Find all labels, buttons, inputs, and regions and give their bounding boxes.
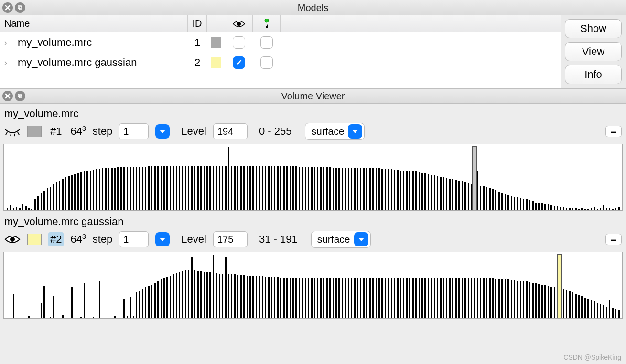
histogram-bar [354,278,356,319]
pointer-icon [262,19,271,29]
display-mode-value: surface [311,126,344,137]
table-row[interactable]: › my_volume.mrc gaussian 2 [0,53,561,73]
histogram-bar [225,257,227,318]
histogram-bar [127,167,128,210]
histogram-bar [99,281,100,318]
histogram-bar [161,279,162,318]
selected-checkbox[interactable] [260,36,273,49]
histogram-bar [50,317,51,318]
models-panel: Name ID › my_volume.mrc 1 [0,15,626,88]
svg-line-9 [18,132,19,135]
column-header-selected[interactable] [253,15,281,32]
volume-name: my_volume.mrc [3,106,623,121]
chevron-right-icon[interactable]: › [4,38,11,48]
level-input[interactable] [213,231,248,247]
volume-controls: #2 643 step Level 31 - 191 surface – [3,229,623,252]
column-header-id[interactable]: ID [188,15,207,32]
histogram-bar [446,178,447,210]
histogram-bar [501,193,503,210]
histogram-bar [280,278,281,318]
close-icon[interactable] [2,91,13,101]
histogram-bar [526,281,528,318]
histogram-bar [532,201,534,210]
app-root: Models Name ID › my_volume.mrc 1 [0,0,626,364]
histogram-bar [554,287,555,318]
histogram-bar [578,209,580,210]
display-mode-select[interactable]: surface [305,123,365,140]
chevron-right-icon[interactable]: › [4,58,11,68]
histogram-bar [123,299,125,318]
histogram-bar [163,278,165,319]
histogram-bar [222,166,223,210]
histogram-bar [575,208,577,210]
histogram-bar [446,278,447,319]
eye-closed-icon[interactable] [4,126,21,137]
histogram-bar [480,186,481,210]
detach-icon[interactable] [15,2,25,13]
column-header-shown[interactable] [225,15,253,32]
histogram-bar [154,166,156,210]
selected-checkbox[interactable] [260,56,273,69]
step-input[interactable] [119,123,149,139]
threshold-marker[interactable] [557,254,562,318]
range-label: 0 - 255 [259,125,292,138]
shown-checkbox[interactable] [233,36,245,49]
histogram-bar [10,205,11,210]
models-table-header: Name ID [0,15,561,32]
eye-open-icon[interactable] [4,234,21,245]
table-row[interactable]: › my_volume.mrc 1 [0,32,561,53]
collapse-button[interactable]: – [605,234,622,245]
histogram-bar [507,279,509,318]
threshold-marker[interactable] [472,146,477,210]
histogram-bar [62,179,64,210]
histogram-bar [326,167,328,210]
model-name: my_volume.mrc [18,36,92,49]
volume-dimensions: 643 [70,233,86,246]
color-swatch[interactable] [211,37,221,48]
column-header-color[interactable] [207,15,225,32]
histogram-bar [123,167,125,210]
view-button[interactable]: View [565,42,622,61]
volume-id-label[interactable]: #1 [48,124,64,139]
display-mode-select[interactable]: surface [311,231,371,248]
column-header-name[interactable]: Name [0,15,188,32]
histogram-bar [209,166,211,210]
histogram-bar [185,270,186,318]
histogram-bar [286,278,288,318]
step-dropdown[interactable] [155,124,170,139]
histogram-bar [406,171,408,210]
volume-id-label[interactable]: #2 [48,232,64,246]
histogram-bar [249,166,251,210]
histogram[interactable] [3,144,623,211]
histogram-bar [142,167,143,210]
histogram-bar [538,203,540,210]
histogram-bar [176,166,177,210]
histogram[interactable] [3,252,623,319]
detach-icon[interactable] [15,91,25,101]
histogram-bar [464,182,466,210]
step-input[interactable] [119,231,149,247]
step-dropdown[interactable] [155,232,170,246]
histogram-bar [108,168,109,210]
color-swatch[interactable] [27,234,42,245]
close-icon[interactable] [2,2,13,13]
histogram-bar [505,194,506,210]
color-swatch[interactable] [211,57,221,68]
volume-name: my_volume.mrc gaussian [3,214,623,229]
histogram-bar [376,168,377,210]
info-button[interactable]: Info [565,65,622,84]
show-button[interactable]: Show [565,19,622,38]
level-input[interactable] [213,123,248,139]
histogram-bar [292,278,294,318]
histogram-bar [105,168,107,210]
histogram-bar [333,278,334,319]
histogram-bar [219,166,220,210]
histogram-bar [600,208,601,210]
histogram-bar [594,301,595,318]
collapse-button[interactable]: – [605,126,622,137]
color-swatch[interactable] [27,126,42,137]
histogram-bar [206,272,208,318]
shown-checkbox[interactable] [233,56,245,69]
histogram-bar [535,203,537,210]
histogram-bar [19,208,21,210]
